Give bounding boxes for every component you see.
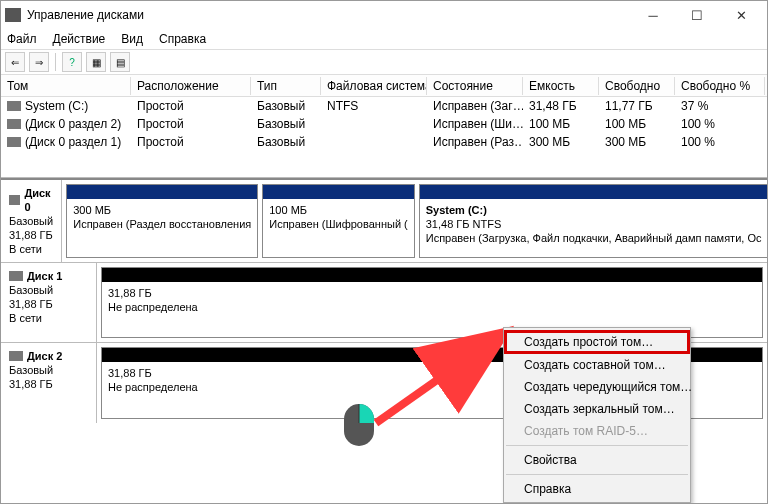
volume-list: Том Расположение Тип Файловая система Со…	[1, 75, 767, 178]
volume-free: 300 МБ	[599, 135, 675, 149]
menu-help[interactable]: Справка	[157, 31, 208, 47]
disk-icon	[9, 351, 23, 361]
disk-size: 31,88 ГБ	[9, 297, 88, 311]
volume-layout: Простой	[131, 99, 251, 113]
volume-layout: Простой	[131, 117, 251, 131]
volume-type: Базовый	[251, 117, 321, 131]
partition-status: Исправен (Шифрованный (	[269, 217, 408, 231]
disk-type: Базовый	[9, 363, 88, 377]
disk-row: Диск 0 Базовый 31,88 ГБ В сети 300 МБИсп…	[1, 180, 767, 263]
partition-size: 31,48 ГБ NTFS	[426, 217, 762, 231]
minimize-button[interactable]: ─	[631, 1, 675, 29]
partition-status: Исправен (Загрузка, Файл подкачки, Авари…	[426, 231, 762, 245]
titlebar: Управление дисками ─ ☐ ✕	[1, 1, 767, 29]
toolbar-help-button[interactable]: ▤	[110, 52, 130, 72]
volume-freepct: 37 %	[675, 99, 765, 113]
disk-name: Диск 1	[27, 269, 62, 283]
disk-type: Базовый	[9, 214, 53, 228]
volume-freepct: 100 %	[675, 135, 765, 149]
partition-status: Не распределена	[108, 300, 756, 314]
menu-file[interactable]: Файл	[5, 31, 39, 47]
toolbar: ⇐ ⇒ ? ▦ ▤	[1, 49, 767, 75]
partition-stripe	[420, 185, 767, 199]
volume-name: (Диск 0 раздел 2)	[25, 117, 121, 131]
partition-size: 300 МБ	[73, 203, 251, 217]
volume-freepct: 100 %	[675, 117, 765, 131]
volume-status: Исправен (Заг…	[427, 99, 523, 113]
partition[interactable]: 100 МБИсправен (Шифрованный (	[262, 184, 415, 258]
partition-title: System (C:)	[426, 204, 487, 216]
volume-name: System (C:)	[25, 99, 88, 113]
toolbar-back-button[interactable]: ⇐	[5, 52, 25, 72]
disk-name: Диск 0	[24, 186, 53, 214]
volume-free: 11,77 ГБ	[599, 99, 675, 113]
partition-stripe	[102, 268, 762, 282]
maximize-button[interactable]: ☐	[675, 1, 719, 29]
disk-icon	[9, 195, 20, 205]
menu-create-spanned-volume[interactable]: Создать составной том…	[504, 354, 690, 376]
menu-action[interactable]: Действие	[51, 31, 108, 47]
menu-help[interactable]: Справка	[504, 478, 690, 500]
partition-stripe	[263, 185, 414, 199]
col-type[interactable]: Тип	[251, 77, 321, 95]
volume-icon	[7, 137, 21, 147]
partition[interactable]: System (C:)31,48 ГБ NTFSИсправен (Загруз…	[419, 184, 767, 258]
volume-type: Базовый	[251, 135, 321, 149]
volume-header-row: Том Расположение Тип Файловая система Со…	[1, 75, 767, 97]
disk-name: Диск 2	[27, 349, 62, 363]
disk-info[interactable]: Диск 0 Базовый 31,88 ГБ В сети	[1, 180, 62, 262]
volume-capacity: 300 МБ	[523, 135, 599, 149]
context-menu: Создать простой том… Создать составной т…	[503, 327, 691, 503]
toolbar-refresh-button[interactable]: ?	[62, 52, 82, 72]
volume-row[interactable]: System (C:) Простой Базовый NTFS Исправе…	[1, 97, 767, 115]
app-icon	[5, 8, 21, 22]
volume-row[interactable]: (Диск 0 раздел 2) Простой Базовый Исправ…	[1, 115, 767, 133]
menu-separator	[506, 474, 688, 475]
disk-info[interactable]: Диск 2 Базовый 31,88 ГБ	[1, 343, 97, 423]
svg-line-0	[376, 335, 501, 423]
disk-icon	[9, 271, 23, 281]
partition-stripe	[67, 185, 257, 199]
partition-size: 100 МБ	[269, 203, 408, 217]
menu-create-raid5-volume: Создать том RAID-5…	[504, 420, 690, 442]
window-title: Управление дисками	[27, 8, 631, 22]
toolbar-forward-button[interactable]: ⇒	[29, 52, 49, 72]
volume-icon	[7, 119, 21, 129]
col-free[interactable]: Свободно	[599, 77, 675, 95]
volume-capacity: 31,48 ГБ	[523, 99, 599, 113]
volume-name: (Диск 0 раздел 1)	[25, 135, 121, 149]
mouse-illustration-icon	[341, 401, 377, 449]
volume-icon	[7, 101, 21, 111]
volume-row[interactable]: (Диск 0 раздел 1) Простой Базовый Исправ…	[1, 133, 767, 151]
col-filesystem[interactable]: Файловая система	[321, 77, 427, 95]
col-capacity[interactable]: Емкость	[523, 77, 599, 95]
disk-info[interactable]: Диск 1 Базовый 31,88 ГБ В сети	[1, 263, 97, 342]
menu-separator	[506, 445, 688, 446]
col-freepct[interactable]: Свободно %	[675, 77, 765, 95]
volume-layout: Простой	[131, 135, 251, 149]
disk-size: 31,88 ГБ	[9, 228, 53, 242]
volume-status: Исправен (Раз…	[427, 135, 523, 149]
volume-type: Базовый	[251, 99, 321, 113]
disk-status: В сети	[9, 311, 88, 325]
disk-status: В сети	[9, 242, 53, 256]
menu-properties[interactable]: Свойства	[504, 449, 690, 471]
partition[interactable]: 300 МБИсправен (Раздел восстановления	[66, 184, 258, 258]
menu-create-mirror-volume[interactable]: Создать зеркальный том…	[504, 398, 690, 420]
col-layout[interactable]: Расположение	[131, 77, 251, 95]
disk-type: Базовый	[9, 283, 88, 297]
close-button[interactable]: ✕	[719, 1, 763, 29]
volume-capacity: 100 МБ	[523, 117, 599, 131]
col-volume[interactable]: Том	[1, 77, 131, 95]
menu-create-simple-volume[interactable]: Создать простой том…	[504, 330, 690, 354]
disk-size: 31,88 ГБ	[9, 377, 88, 391]
menubar: Файл Действие Вид Справка	[1, 29, 767, 49]
volume-status: Исправен (Ши…	[427, 117, 523, 131]
col-status[interactable]: Состояние	[427, 77, 523, 95]
menu-create-striped-volume[interactable]: Создать чередующийся том…	[504, 376, 690, 398]
menu-view[interactable]: Вид	[119, 31, 145, 47]
partition-status: Исправен (Раздел восстановления	[73, 217, 251, 231]
partition-size: 31,88 ГБ	[108, 286, 756, 300]
volume-free: 100 МБ	[599, 117, 675, 131]
toolbar-properties-button[interactable]: ▦	[86, 52, 106, 72]
